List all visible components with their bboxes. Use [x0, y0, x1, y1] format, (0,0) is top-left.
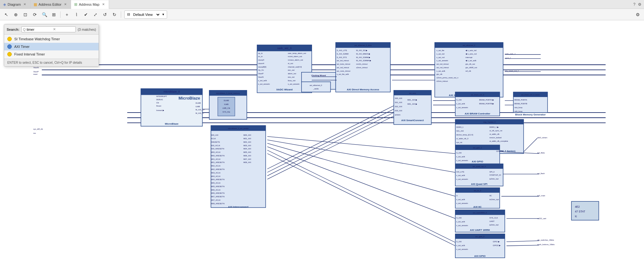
svg-text:SPI_0: SPI_0 — [490, 171, 495, 173]
svg-text:MicroBlaze: MicroBlaze — [165, 122, 179, 125]
svg-text:◀ s_axis_txd: ◀ s_axis_txd — [465, 49, 477, 51]
help-icon[interactable]: ? — [633, 2, 635, 7]
svg-text:s_axi_aresetn: s_axi_aresetn — [456, 160, 468, 161]
diagram-tab-icon: ◈ — [3, 2, 6, 7]
svg-text:M01_ACLK: M01_ACLK — [211, 158, 220, 160]
search-input[interactable] — [27, 28, 52, 31]
tab-editor-close[interactable]: ✕ — [63, 2, 68, 6]
svg-text:s_axi_rxd: s_axi_rxd — [437, 56, 445, 58]
tool-select-btn[interactable]: ↖ — [2, 10, 11, 19]
svg-text:s_axi_aresetn: s_axi_aresetn — [456, 248, 468, 250]
svg-text:axi_txd_introut: axi_txd_introut — [337, 60, 349, 62]
svg-text:BRAM_PORTB: BRAM_PORTB — [514, 103, 527, 105]
svg-text:mm2s_introut: mm2s_introut — [356, 63, 368, 65]
watchdog-result-icon — [7, 37, 12, 41]
svg-text:s_axi_aclk: s_axi_aclk — [456, 156, 465, 158]
svg-text:s_axi_aresetn: s_axi_aresetn — [456, 202, 468, 204]
svg-text:microblaze_0_local_memory: microblaze_0_local_memory — [216, 92, 240, 94]
svg-text:M04_AXI: M04_AXI — [244, 148, 251, 150]
tool-connect-btn[interactable]: ⌇ — [72, 10, 81, 19]
view-select[interactable]: Default View Interface View IP View — [132, 12, 160, 17]
svg-text:_refclk: _refclk — [313, 88, 318, 90]
editor-tab-icon: ▦ — [34, 2, 37, 7]
axi-timer-result-label: AXI Timer — [14, 45, 29, 49]
tab-address-editor[interactable]: ▦ Address Editor ✕ — [30, 0, 71, 9]
search-result-axi-timer[interactable]: AXI Timer — [4, 43, 99, 50]
settings-icon[interactable]: ⚙ — [638, 2, 641, 7]
svg-text:UART: UART — [490, 220, 495, 222]
svg-text:M00_ACLK: M00_ACLK — [211, 151, 220, 153]
search-hint: ENTER to select, ESC to cancel, Ctrl+Q f… — [4, 59, 99, 66]
tool-fit-btn[interactable]: ⊡ — [21, 10, 30, 19]
svg-text:axi_txd_introut: axi_txd_introut — [437, 63, 449, 65]
tab-map-close[interactable]: ✕ — [101, 2, 106, 6]
tool-undo-btn[interactable]: ↺ — [101, 10, 109, 19]
search-matches-count: (3 matches) — [78, 28, 96, 31]
svg-line-248 — [267, 116, 394, 179]
svg-line-263 — [267, 147, 455, 218]
svg-text:GPIO2 ▶: GPIO2 ▶ — [493, 244, 501, 246]
tool-zoom-fit-btn[interactable]: ⊞ — [49, 10, 58, 19]
search-clear-btn[interactable]: ✕ — [53, 27, 56, 31]
svg-text:M04_ARESETN: M04_ARESETN — [211, 179, 224, 180]
svg-text:Ic: Ic — [575, 215, 577, 218]
chevron-down-icon: ▾ — [162, 12, 164, 16]
svg-text:axi_uart16550_0: axi_uart16550_0 — [473, 212, 487, 214]
svg-text:4E2: 4E2 — [575, 205, 580, 208]
svg-text:ip2intc_irpt: ip2intc_irpt — [490, 178, 499, 180]
tool-zoom-in-btn[interactable]: ⊕ — [11, 10, 20, 19]
tab-diagram[interactable]: ◈ Diagram ✕ — [0, 0, 30, 9]
svg-text:DEBUG: DEBUG — [156, 99, 163, 101]
tool-refresh-btn[interactable]: ⟳ — [30, 10, 39, 19]
svg-text:ref_clk: ref_clk — [465, 70, 471, 72]
tool-zoom-area-btn[interactable]: 🔍 — [40, 10, 49, 19]
svg-text:s_axi_aclk: s_axi_aclk — [437, 70, 446, 72]
svg-text:M04_ACLK: M04_ACLK — [211, 175, 220, 177]
svg-text:DLMB: DLMB — [196, 102, 201, 104]
tab-diagram-close[interactable]: ✕ — [23, 2, 27, 6]
fixed-interval-result-label: Fixed Interval Timer — [14, 52, 45, 56]
svg-line-247 — [267, 113, 394, 176]
svg-text:gtx_clk: gtx_clk — [437, 73, 442, 75]
svg-text:M_AXI_MM2S ▶: M_AXI_MM2S ▶ — [356, 53, 370, 55]
svg-text:M06_ACLK: M06_ACLK — [211, 189, 220, 191]
svg-text:M_AXI_S2MM ▶: M_AXI_S2MM ▶ — [356, 56, 370, 58]
search-magnifier-icon: Q — [23, 28, 26, 31]
svg-text:ui_addn_clk_0: ui_addn_clk_0 — [456, 138, 469, 140]
view-dropdown[interactable]: ⊟ Default View Interface View IP View ▾ — [124, 10, 167, 19]
svg-text:ui_clk_sync_rst: ui_clk_sync_rst — [490, 130, 503, 132]
tab-address-map[interactable]: ⊞ Address Map ✕ — [71, 0, 109, 9]
svg-text:dip_switches_16bits: dip_switches_16bits — [537, 239, 554, 241]
svg-text:busy_out: busy_out — [288, 80, 296, 81]
search-result-watchdog[interactable]: SI Timebase Watchdog Timer — [4, 35, 99, 43]
map-tab-icon: ⊞ — [74, 2, 77, 7]
tool-redo-btn[interactable]: ↻ — [110, 10, 119, 19]
tool-add-btn[interactable]: + — [62, 10, 71, 19]
tool-validate-btn[interactable]: ✔ — [81, 10, 90, 19]
svg-text:S_AXI: S_AXI — [456, 99, 462, 101]
toolbar-settings-btn[interactable]: ⚙ — [633, 10, 642, 19]
svg-text:LMB_Clk: LMB_Clk — [223, 107, 230, 109]
svg-text:S01_AXI: S01_AXI — [395, 101, 402, 103]
svg-text:push_buttons_16bits: push_buttons_16bits — [537, 244, 555, 245]
svg-text:S_AXI: S_AXI — [456, 217, 462, 219]
svg-text:BRAM_PORTB ▶: BRAM_PORTB ▶ — [479, 103, 494, 105]
svg-text:ARESETN: ARESETN — [211, 141, 220, 143]
svg-text:Block Memory Generator: Block Memory Generator — [515, 113, 546, 116]
svg-text:s_axi_lite: s_axi_lite — [437, 49, 445, 51]
tool-route-btn[interactable]: ⤢ — [91, 10, 100, 19]
svg-text:XADC Wizard: XADC Wizard — [276, 88, 293, 91]
svg-text:ILMB: ILMB — [196, 106, 200, 107]
svg-text:AXI UART 16550: AXI UART 16550 — [470, 229, 490, 231]
svg-text:rsta_busy: rsta_busy — [514, 107, 523, 108]
svg-text:s_axi_txd: s_axi_txd — [437, 53, 445, 55]
svg-text:AXI Direct Memory Access: AXI Direct Memory Access — [347, 88, 380, 91]
svg-text:M07_AXI: M07_AXI — [244, 158, 251, 160]
svg-text:INTERRUPT: INTERRUPT — [156, 95, 167, 97]
svg-text:axi_gpio_1: axi_gpio_1 — [473, 147, 482, 149]
svg-line-264 — [267, 150, 455, 243]
svg-text:Reset: Reset — [156, 105, 161, 107]
svg-text:microblaze_0_axi_periph: microblaze_0_axi_periph — [228, 127, 249, 129]
search-result-fixed-interval[interactable]: Fixed Interval Timer — [4, 50, 99, 58]
svg-line-253 — [524, 138, 537, 152]
